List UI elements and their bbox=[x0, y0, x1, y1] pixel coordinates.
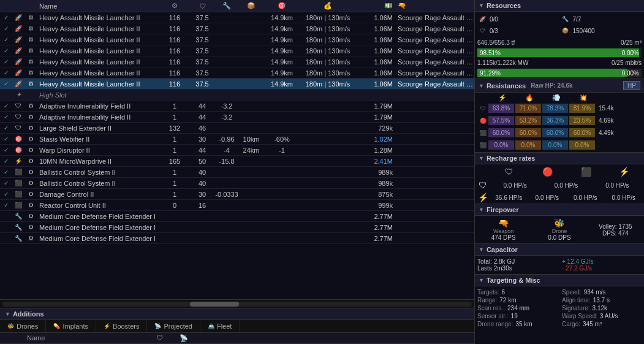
table-row[interactable]: ✦ High Slot bbox=[0, 90, 474, 101]
res-icon-kin: 💨 bbox=[544, 94, 569, 102]
row-name: Medium Core Defense Field Extender I bbox=[37, 224, 159, 231]
tg-label-0: Targets: bbox=[477, 289, 499, 296]
res-row-med: 🔧 7/7 bbox=[561, 14, 642, 24]
row-col2: 37.5 bbox=[190, 58, 214, 66]
table-row[interactable]: ✓ 🚀 ⚙ Heavy Assault Missile Launcher II … bbox=[0, 23, 474, 34]
row-icon1: 🚀 bbox=[12, 47, 25, 54]
row-col5: 14.9km bbox=[263, 58, 300, 66]
h-scroll-thumb[interactable] bbox=[190, 302, 239, 307]
tg-val-6: 19 bbox=[511, 313, 518, 319]
row-icon2: ⚙ bbox=[25, 180, 37, 186]
row-col5: 14.9km bbox=[263, 14, 300, 21]
row-col1: 1 bbox=[159, 147, 190, 154]
tab-fleet[interactable]: 🚢Fleet bbox=[200, 320, 240, 332]
table-row[interactable]: ✓ ⬛ ⚙ Ballistic Control System II 1 40 9… bbox=[0, 167, 474, 178]
table-row[interactable]: ✓ 🚀 ⚙ Heavy Assault Missile Launcher II … bbox=[0, 12, 474, 23]
row-col2: 16 bbox=[190, 202, 214, 209]
cpu-label: 646.5/656.3 tf bbox=[477, 39, 618, 46]
table-row[interactable]: ✓ ⬛ ⚙ Ballistic Control System II 1 40 9… bbox=[0, 178, 474, 189]
table-row[interactable]: ✓ 🚀 ⚙ Heavy Assault Missile Launcher II … bbox=[0, 45, 474, 56]
tg-item-9: Cargo:345 m³ bbox=[562, 321, 642, 327]
table-row[interactable]: ✓ 🎯 ⚙ Stasis Webifier II 1 30 -0.96 10km… bbox=[0, 134, 474, 145]
th-col5[interactable]: 🎯 bbox=[263, 2, 300, 10]
th-col6[interactable]: 💰 bbox=[300, 2, 355, 10]
row-price: 729k bbox=[355, 124, 395, 132]
row-icon1: ⬛ bbox=[12, 180, 25, 186]
table-row[interactable]: ✓ 🚀 ⚙ Heavy Assault Missile Launcher II … bbox=[0, 34, 474, 45]
recharge-arrow: ▼ bbox=[479, 155, 484, 161]
table-row[interactable]: 🔧 ⚙ Medium Core Defense Field Extender I… bbox=[0, 211, 474, 222]
row-icon2: ⚙ bbox=[25, 14, 37, 21]
th-price[interactable]: 💵 bbox=[355, 2, 395, 10]
rch-r2-v1: 36.6 HP/s bbox=[491, 194, 527, 201]
row-icon1: 🔧 bbox=[12, 235, 25, 242]
row-col2: 37.5 bbox=[190, 69, 214, 77]
resistances-title: Resistances bbox=[487, 82, 526, 90]
table-row[interactable]: ✓ ⬛ ⚙ Damage Control II 1 30 -0.0333 875… bbox=[0, 189, 474, 200]
resources-slots-row: 🚀 0/0 🔧 7/7 🛡 0/3 📦 150/400 bbox=[475, 12, 644, 38]
resources-title: Resources bbox=[487, 2, 521, 9]
tab-boosters[interactable]: ⚡Boosters bbox=[96, 320, 147, 332]
table-row[interactable]: ✓ 🛡 ⚙ Adaptive Invulnerability Field II … bbox=[0, 101, 474, 112]
recharge-row2: ⚡ 36.6 HP/s 0.0 HP/s 0.0 HP/s 0.0 HP/s bbox=[475, 191, 644, 204]
row-col6: 180m | 130m/s bbox=[300, 69, 355, 77]
pg-free-label: 0/25 mbit/s bbox=[612, 59, 642, 66]
table-row[interactable]: ✓ 🚀 ⚙ Heavy Assault Missile Launcher II … bbox=[0, 67, 474, 78]
ath-icon2[interactable]: 🛡 bbox=[147, 334, 172, 342]
hp-button[interactable]: HP bbox=[623, 81, 640, 90]
tg-val-0: 6 bbox=[502, 289, 506, 296]
res-val-low: 0/3 bbox=[490, 28, 498, 34]
table-row[interactable]: 🔧 ⚙ Medium Core Defense Field Extender I… bbox=[0, 222, 474, 233]
row-name: Adaptive Invulnerability Field II bbox=[37, 113, 159, 121]
table-row[interactable]: ✓ 🚀 ⚙ Heavy Assault Missile Launcher II … bbox=[0, 56, 474, 67]
th-name[interactable]: Name bbox=[37, 2, 159, 10]
firepower-arrow: ▼ bbox=[479, 207, 484, 213]
row-name: Heavy Assault Missile Launcher II bbox=[37, 47, 159, 55]
th-col4[interactable]: 📦 bbox=[239, 2, 263, 10]
tab-icon-fleet: 🚢 bbox=[208, 323, 214, 329]
cap-total: Total: 2.8k GJ bbox=[477, 258, 557, 265]
row-icon1: 🔧 bbox=[12, 213, 25, 220]
tg-val-7: 3 AU/s bbox=[600, 313, 618, 319]
table-row[interactable]: ✓ ⚡ ⚙ 10MN MicroWarpdrive II 165 50 -15.… bbox=[0, 156, 474, 167]
row-col6: 180m | 130m/s bbox=[300, 25, 355, 32]
table-scroll[interactable]: ✓ 🚀 ⚙ Heavy Assault Missile Launcher II … bbox=[0, 12, 474, 299]
table-row[interactable]: ✓ 🚀 ⚙ Heavy Assault Missile Launcher II … bbox=[0, 78, 474, 90]
th-col3[interactable]: 🔧 bbox=[214, 2, 239, 10]
rch-r2-v3: 0.0 HP/s bbox=[567, 194, 604, 201]
h-scrollbar[interactable] bbox=[0, 299, 474, 308]
row-icon1: 🚀 bbox=[12, 25, 25, 32]
h-scroll-track[interactable] bbox=[2, 302, 472, 307]
tab-drones[interactable]: 🐝Drones bbox=[0, 320, 46, 332]
tab-icon-implants: 💊 bbox=[53, 323, 60, 329]
cap-left: Total: 2.8k GJ Lasts 2m30s bbox=[477, 258, 557, 272]
tab-label-boosters: Boosters bbox=[113, 323, 139, 330]
row-icon2: ⚙ bbox=[25, 25, 37, 32]
th-col1[interactable]: ⚙ bbox=[159, 2, 190, 10]
fp-weapon-val: 474 DPS bbox=[491, 234, 516, 241]
rch-r2-v2: 0.0 HP/s bbox=[529, 194, 566, 201]
row-icon2: ⚙ bbox=[25, 147, 37, 153]
th-ammo[interactable]: 🔫 bbox=[395, 2, 474, 10]
tab-label-drones: Drones bbox=[17, 323, 38, 330]
tab-projected[interactable]: 📡Projected bbox=[147, 320, 200, 332]
th-col2[interactable]: 🛡 bbox=[190, 2, 214, 10]
row-price: 989k bbox=[355, 180, 395, 187]
row-ammo: Scourge Rage Assault Missi… bbox=[395, 58, 474, 66]
table-row[interactable]: ✓ 🛡 ⚙ Adaptive Invulnerability Field II … bbox=[0, 112, 474, 123]
row-name: Stasis Webifier II bbox=[37, 136, 159, 143]
tg-item-1: Speed:934 m/s bbox=[562, 289, 642, 296]
tab-implants[interactable]: 💊Implants bbox=[46, 320, 96, 332]
tg-label-9: Cargo: bbox=[562, 321, 580, 327]
res-icon-high: 🚀 bbox=[477, 14, 487, 24]
table-row[interactable]: ✓ ⬛ ⚙ Reactor Control Unit II 0 16 999k bbox=[0, 200, 474, 211]
tg-label-3: Align time: bbox=[562, 297, 591, 304]
row-col4: 10km bbox=[239, 136, 263, 143]
table-row[interactable]: ✓ 🎯 ⚙ Warp Disruptor II 1 44 -4 24km -1 … bbox=[0, 145, 474, 156]
ath-icon3[interactable]: 📡 bbox=[172, 334, 196, 342]
row-col3: -0.0333 bbox=[214, 191, 239, 198]
res-blank-kin: 0.0% bbox=[542, 140, 568, 150]
table-row[interactable]: 🔧 ⚙ Medium Core Defense Field Extender I… bbox=[0, 233, 474, 244]
ath-name[interactable]: Name bbox=[25, 334, 147, 342]
table-row[interactable]: ✓ 🛡 ⚙ Large Shield Extender II 132 46 72… bbox=[0, 123, 474, 134]
